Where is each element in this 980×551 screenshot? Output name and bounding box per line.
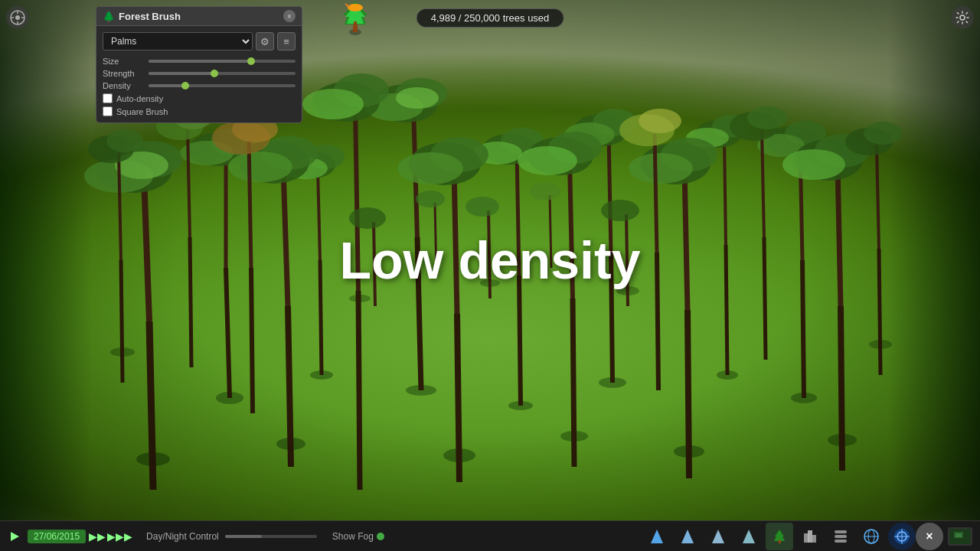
svg-rect-161: [956, 533, 962, 537]
ff2-button[interactable]: ▶▶▶: [107, 530, 132, 543]
square-brush-label: Square Brush: [116, 107, 168, 116]
edge-shadow-left: [0, 0, 92, 520]
fast-forward-controls: ▶▶ ▶▶▶: [89, 530, 132, 543]
build-tool-button[interactable]: [796, 523, 824, 550]
water-tool-button[interactable]: [735, 523, 763, 550]
bottom-tools: [643, 523, 916, 550]
settings-button[interactable]: [951, 6, 974, 29]
tree-settings-icon-btn[interactable]: ⚙: [256, 32, 274, 51]
forest-brush-panel: 🌲 Forest Brush × Palms ⚙ ≡ Size Strength: [96, 6, 302, 123]
svg-point-125: [15, 15, 20, 20]
auto-density-checkbox[interactable]: [103, 93, 113, 103]
size-label: Size: [103, 57, 149, 66]
size-slider-track[interactable]: [149, 60, 296, 63]
density-slider-fill: [149, 84, 185, 87]
tree-type-select[interactable]: Palms: [103, 32, 253, 51]
date-display: 27/06/2015: [28, 530, 86, 543]
edge-shadow-right: [888, 0, 980, 520]
play-button[interactable]: [5, 527, 24, 546]
size-slider-thumb[interactable]: [247, 57, 255, 65]
strength-slider-thumb[interactable]: [211, 70, 218, 77]
map-tool-button[interactable]: [858, 523, 885, 550]
day-night-slider[interactable]: [225, 535, 317, 538]
svg-rect-149: [835, 530, 847, 533]
nature-tool-button[interactable]: [766, 523, 793, 550]
strength-slider-row: Strength: [103, 69, 296, 78]
bottom-right-icons: ×: [916, 523, 974, 550]
zone-tool-button[interactable]: [674, 523, 701, 550]
svg-marker-139: [651, 530, 663, 543]
panel-body: Palms ⚙ ≡ Size Strength Density: [96, 26, 302, 122]
navigation-icon[interactable]: [6, 6, 29, 29]
svg-rect-150: [835, 540, 847, 543]
day-night-label: Day/Night Control: [146, 531, 219, 542]
district-tool-button[interactable]: [704, 523, 732, 550]
svg-marker-141: [712, 530, 724, 543]
bottom-bar: 27/06/2015 ▶▶ ▶▶▶ Day/Night Control Show…: [0, 520, 980, 551]
strength-slider-track[interactable]: [149, 72, 296, 75]
density-slider-row: Density: [103, 81, 296, 90]
tree-select-row: Palms ⚙ ≡: [103, 32, 296, 51]
blueprint-button[interactable]: [888, 523, 916, 550]
fog-toggle-dot[interactable]: [377, 533, 384, 540]
day-night-area: Day/Night Control Show Fog: [139, 531, 643, 542]
close-overlay-button[interactable]: ×: [916, 523, 943, 550]
svg-rect-147: [812, 535, 816, 543]
density-slider-thumb[interactable]: [181, 82, 189, 90]
density-slider-track[interactable]: [149, 84, 296, 87]
size-slider-row: Size: [103, 57, 296, 66]
strength-label: Strength: [103, 69, 149, 78]
svg-marker-138: [11, 532, 19, 541]
day-night-fill: [225, 535, 262, 538]
strength-slider-fill: [149, 72, 214, 75]
tools-button[interactable]: [827, 523, 854, 550]
square-brush-row: Square Brush: [103, 106, 296, 116]
minimap-button[interactable]: [946, 523, 974, 550]
density-label: Density: [103, 81, 149, 90]
svg-marker-142: [743, 530, 755, 543]
panel-title: 🌲 Forest Brush: [103, 11, 181, 22]
square-brush-checkbox[interactable]: [103, 106, 113, 116]
panel-title-text: Forest Brush: [119, 11, 181, 22]
auto-density-row: Auto-density: [103, 93, 296, 103]
panel-tree-icon: 🌲: [103, 11, 115, 22]
size-slider-fill: [149, 60, 251, 63]
svg-marker-144: [774, 530, 785, 541]
tree-menu-icon-btn[interactable]: ≡: [277, 32, 296, 51]
svg-point-137: [960, 15, 965, 20]
panel-close-button[interactable]: ×: [283, 10, 296, 22]
road-tool-button[interactable]: [643, 523, 671, 550]
panel-header: 🌲 Forest Brush ×: [96, 7, 302, 26]
svg-rect-148: [835, 535, 847, 538]
show-fog-label: Show Fog: [332, 531, 374, 542]
auto-density-label: Auto-density: [116, 94, 163, 103]
svg-marker-140: [681, 530, 694, 543]
overlay-main-text: Low density: [340, 230, 641, 290]
ff1-button[interactable]: ▶▶: [89, 530, 106, 543]
